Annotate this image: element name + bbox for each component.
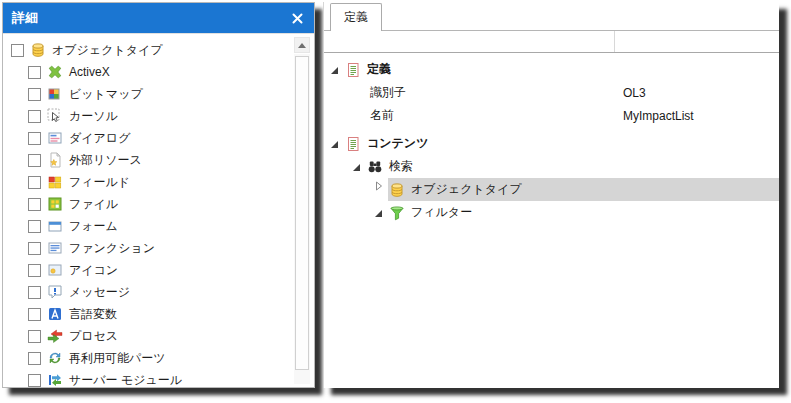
tab-definition-label: 定義	[344, 10, 368, 24]
tree-row[interactable]: オブジェクトタイプ	[324, 178, 779, 201]
language-variable-icon	[47, 306, 63, 322]
message-icon	[47, 284, 63, 300]
list-item[interactable]: ビットマップ	[3, 83, 290, 105]
list-item[interactable]: プロセス	[3, 325, 290, 347]
list-item[interactable]: ファイル	[3, 193, 290, 215]
function-icon	[47, 240, 63, 256]
list-item[interactable]: フィールド	[3, 171, 290, 193]
definition-panel: 定義 定義 識別子 OL3 名前 MyImpactList コンテンツ	[323, 2, 779, 388]
close-icon[interactable]	[289, 10, 305, 26]
grid-header-value-column	[615, 31, 779, 52]
cursor-icon	[47, 108, 63, 124]
details-panel: 詳細 オブジェクトタイプ ActiveX ビットマップ カーソル ダイアログ 外…	[2, 2, 315, 388]
list-item[interactable]: ファンクション	[3, 237, 290, 259]
tabstrip: 定義	[324, 2, 779, 31]
property-row[interactable]: 識別子 OL3	[324, 81, 779, 104]
expanded-arrow-icon[interactable]	[331, 141, 338, 148]
property-row[interactable]: 名前 MyImpactList	[324, 104, 779, 127]
checkbox[interactable]	[28, 88, 41, 101]
tree-row[interactable]: 検索	[324, 155, 779, 178]
external-resource-icon	[47, 152, 63, 168]
checkbox[interactable]	[11, 44, 24, 57]
collapsed-arrow-icon[interactable]	[375, 180, 383, 194]
up-arrow-icon	[298, 43, 306, 48]
vertical-scrollbar[interactable]	[294, 37, 310, 384]
workspace: 詳細 オブジェクトタイプ ActiveX ビットマップ カーソル ダイアログ 外…	[0, 0, 791, 403]
picture-icon	[47, 262, 63, 278]
list-item[interactable]: 外部リソース	[3, 149, 290, 171]
list-item[interactable]: サーバー モジュール	[3, 369, 290, 387]
property-value[interactable]: MyImpactList	[623, 104, 694, 127]
list-item[interactable]: ActiveX	[3, 61, 290, 83]
grid-header-name-column	[324, 31, 615, 52]
tree-row[interactable]: コンテンツ	[324, 132, 779, 155]
checkbox[interactable]	[28, 242, 41, 255]
list-item[interactable]: アイコン	[3, 259, 290, 281]
checkbox[interactable]	[28, 132, 41, 145]
dialog-icon	[47, 130, 63, 146]
tab-definition[interactable]: 定義	[330, 3, 382, 31]
tree-row[interactable]: 定義	[324, 58, 779, 81]
checkbox[interactable]	[28, 330, 41, 343]
bitmap-icon	[47, 86, 63, 102]
document-icon	[345, 62, 361, 78]
checkbox[interactable]	[28, 110, 41, 123]
details-titlebar: 詳細	[3, 3, 314, 33]
database-icon	[30, 42, 46, 58]
activex-icon	[47, 64, 63, 80]
list-item[interactable]: 再利用可能パーツ	[3, 347, 290, 369]
scroll-up-button[interactable]	[294, 37, 310, 53]
scrollbar-track[interactable]	[294, 54, 310, 384]
process-icon	[47, 328, 63, 344]
list-item[interactable]: フォーム	[3, 215, 290, 237]
checkbox[interactable]	[28, 264, 41, 277]
checkbox[interactable]	[28, 286, 41, 299]
funnel-icon	[389, 205, 405, 221]
object-type-list: オブジェクトタイプ ActiveX ビットマップ カーソル ダイアログ 外部リソ…	[3, 33, 314, 387]
checkbox[interactable]	[28, 374, 41, 387]
file-icon	[47, 196, 63, 212]
list-item[interactable]: カーソル	[3, 105, 290, 127]
checkbox[interactable]	[28, 308, 41, 321]
reusable-part-icon	[47, 350, 63, 366]
scrollbar-thumb[interactable]	[295, 56, 309, 370]
checkbox[interactable]	[28, 198, 41, 211]
list-item[interactable]: 言語変数	[3, 303, 290, 325]
list-item[interactable]: ダイアログ	[3, 127, 290, 149]
expanded-arrow-icon[interactable]	[375, 210, 382, 217]
tree-row[interactable]: フィルター	[324, 201, 779, 224]
server-module-icon	[47, 372, 63, 387]
grid-header	[324, 31, 779, 53]
details-panel-title: 詳細	[12, 9, 289, 27]
object-type-list-items: オブジェクトタイプ ActiveX ビットマップ カーソル ダイアログ 外部リソ…	[3, 39, 290, 387]
form-icon	[47, 218, 63, 234]
document-icon	[345, 136, 361, 152]
binoculars-icon	[367, 159, 383, 175]
checkbox[interactable]	[28, 66, 41, 79]
list-item[interactable]: メッセージ	[3, 281, 290, 303]
property-value[interactable]: OL3	[623, 81, 646, 104]
definition-tree: 定義 識別子 OL3 名前 MyImpactList コンテンツ 検索 オブジェ…	[324, 53, 779, 388]
checkbox[interactable]	[28, 352, 41, 365]
expanded-arrow-icon[interactable]	[331, 67, 338, 74]
checkbox[interactable]	[28, 154, 41, 167]
list-item[interactable]: オブジェクトタイプ	[3, 39, 290, 61]
checkbox[interactable]	[28, 176, 41, 189]
field-icon	[47, 174, 63, 190]
expanded-arrow-icon[interactable]	[353, 164, 360, 171]
checkbox[interactable]	[28, 220, 41, 233]
database-icon	[389, 182, 405, 198]
